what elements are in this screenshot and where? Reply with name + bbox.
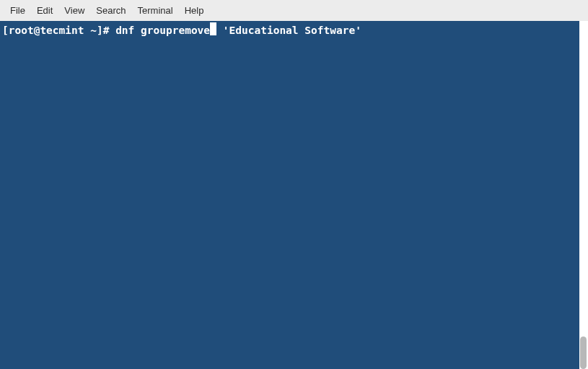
menu-terminal[interactable]: Terminal — [132, 2, 179, 19]
terminal-line: [root@tecmint ~]# dnf groupremove 'Educa… — [2, 22, 577, 38]
scrollbar-track[interactable] — [579, 21, 588, 369]
terminal-cursor — [210, 22, 216, 35]
menu-edit[interactable]: Edit — [31, 2, 58, 19]
prompt-text-before-cursor: [root@tecmint ~]# dnf groupremove — [2, 25, 210, 36]
menubar: File Edit View Search Terminal Help — [0, 0, 588, 21]
terminal-viewport[interactable]: [root@tecmint ~]# dnf groupremove 'Educa… — [0, 21, 579, 369]
scrollbar-thumb[interactable] — [580, 337, 587, 369]
menu-search[interactable]: Search — [90, 2, 131, 19]
menu-file[interactable]: File — [4, 2, 31, 19]
menu-help[interactable]: Help — [179, 2, 210, 19]
menu-view[interactable]: View — [58, 2, 90, 19]
prompt-text-after-cursor: 'Educational Software' — [216, 25, 361, 36]
